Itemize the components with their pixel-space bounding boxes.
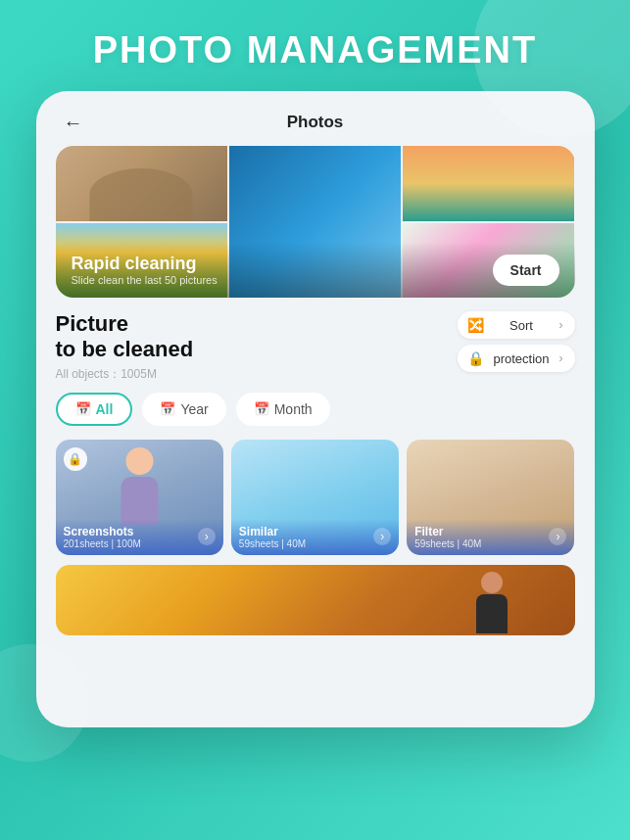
protection-label: protection <box>490 351 554 366</box>
banner-subtitle: Slide clean the last 50 pictures <box>72 274 218 286</box>
content-row: Picture to be cleaned All objects：1005M … <box>56 311 575 383</box>
section-subtitle: All objects：1005M <box>56 366 194 383</box>
tab-all-icon: 📅 <box>75 401 91 416</box>
card-label-similar: Similar 59sheets | 40M › <box>231 519 399 555</box>
rapid-cleaning-banner: Rapid cleaning Slide clean the last 50 p… <box>56 146 575 298</box>
start-button[interactable]: Start <box>493 255 559 286</box>
banner-title: Rapid cleaning <box>72 254 218 274</box>
card-title-screenshots: Screenshots <box>64 525 141 538</box>
tab-month-icon: 📅 <box>254 401 269 416</box>
card-title-filter: Filter <box>414 525 481 538</box>
phone-card: ← Photos Rapid cleaning Slide clean the … <box>36 91 595 727</box>
card-count-similar: 59sheets | 40M <box>239 538 306 549</box>
photo-card-screenshots[interactable]: 🔒 Screenshots 201sheets | 100M › <box>56 440 223 555</box>
label-text-filter: Filter 59sheets | 40M <box>414 525 481 549</box>
label-text-screenshots: Screenshots 201sheets | 100M <box>64 525 141 549</box>
header: ← Photos <box>56 113 575 132</box>
tab-all-label: All <box>96 401 114 417</box>
card-count-filter: 59sheets | 40M <box>414 538 481 549</box>
tab-month[interactable]: 📅 Month <box>236 393 330 426</box>
tab-all[interactable]: 📅 All <box>56 393 133 426</box>
card-label-filter: Filter 59sheets | 40M › <box>407 519 574 555</box>
section-title-block: Picture to be cleaned All objects：1005M <box>56 311 194 383</box>
sort-label: Sort <box>490 318 554 333</box>
bottom-person-head <box>481 572 503 593</box>
section-title-line2: to be cleaned <box>56 337 194 362</box>
tab-year[interactable]: 📅 Year <box>142 393 225 426</box>
sort-chip[interactable]: 🔀 Sort › <box>458 311 575 339</box>
banner-img-4 <box>403 146 574 221</box>
tab-month-label: Month <box>274 401 313 417</box>
bottom-person-body <box>476 594 508 633</box>
sort-arrow: › <box>559 318 563 332</box>
screen-title: Photos <box>287 113 344 132</box>
card-label-screenshots: Screenshots 201sheets | 100M › <box>56 519 223 555</box>
photo-card-filter[interactable]: Filter 59sheets | 40M › <box>407 440 574 555</box>
tab-year-label: Year <box>180 401 208 417</box>
banner-overlay: Rapid cleaning Slide clean the last 50 p… <box>56 242 575 298</box>
bottom-photo-banner <box>56 565 575 635</box>
sort-icon: 🔀 <box>467 317 484 333</box>
card-arrow-filter: › <box>549 528 566 545</box>
protection-chip[interactable]: 🔒 protection › <box>458 345 575 372</box>
label-text-similar: Similar 59sheets | 40M <box>239 525 306 549</box>
bottom-person <box>467 572 516 635</box>
card-count-screenshots: 201sheets | 100M <box>64 538 141 549</box>
lock-badge: 🔒 <box>64 447 87 471</box>
person-silhouette <box>113 447 167 526</box>
banner-text: Rapid cleaning Slide clean the last 50 p… <box>72 254 218 286</box>
person-head <box>125 447 153 475</box>
section-title-line1: Picture <box>56 311 194 337</box>
protection-icon: 🔒 <box>467 350 484 366</box>
photo-grid: 🔒 Screenshots 201sheets | 100M › Similar… <box>56 440 575 555</box>
card-arrow-screenshots: › <box>198 528 216 545</box>
filter-tabs: 📅 All 📅 Year 📅 Month <box>56 393 575 426</box>
tab-year-icon: 📅 <box>160 401 175 416</box>
card-arrow-similar: › <box>373 528 391 545</box>
banner-img-1 <box>56 146 227 221</box>
back-button[interactable]: ← <box>56 108 91 138</box>
action-chips-container: 🔀 Sort › 🔒 protection › <box>458 311 575 372</box>
protection-arrow: › <box>559 351 563 365</box>
photo-card-similar[interactable]: Similar 59sheets | 40M › <box>231 440 399 555</box>
card-title-similar: Similar <box>239 525 306 538</box>
